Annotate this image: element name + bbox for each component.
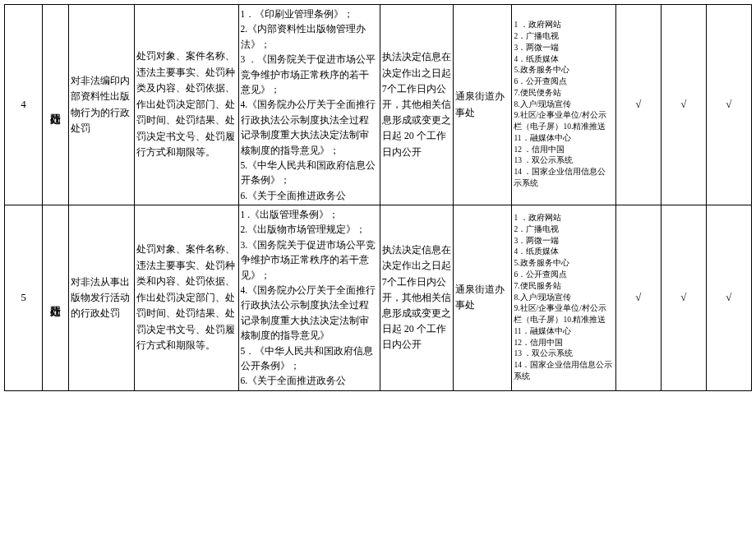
mark-col-2: √	[661, 205, 706, 391]
category-cell: 政罚行处	[42, 205, 68, 391]
mark-col-3: √	[706, 5, 751, 205]
row-number: 5	[5, 205, 43, 391]
legal-basis: 1 .《出版管理条例》；2.《出版物市场管理规定》；3.《国务院关于促进市场公平…	[238, 205, 380, 391]
row-number: 4	[5, 5, 43, 205]
channels: 1 ．政府网站2．广播电视3．两微一端4．纸质媒体5.政务服务中心6．公开查阅点…	[512, 205, 615, 391]
mark-col-2: √	[661, 5, 706, 205]
matter-title: 对非法从事出版物发行活动的行政处罚	[69, 205, 135, 391]
table-row: 5 政罚行处 对非法从事出版物发行活动的行政处罚 处罚对象、案件名称、违法主要事…	[5, 205, 752, 391]
legal-basis: 1．《印刷业管理条例》；2.《内部资料性出版物管理办法》；3 ．《国务院关于促进…	[238, 5, 380, 205]
matter-title: 对非法编印内部资料性出版物行为的行政处罚	[69, 5, 135, 205]
disclosure-content: 处罚对象、案件名称、违法主要事实、处罚种类及内容、处罚依据、作出处罚决定部门、处…	[135, 5, 238, 205]
table-row: 4 行政处罚 对非法编印内部资料性出版物行为的行政处罚 处罚对象、案件名称、违法…	[5, 5, 752, 205]
category-cell: 行政处罚	[42, 5, 68, 205]
time-limit: 执法决定信息在决定作出之日起 7个工作日内公开，其他相关信息形成或变更之日起 2…	[380, 5, 454, 205]
disclosure-table: 4 行政处罚 对非法编印内部资料性出版物行为的行政处罚 处罚对象、案件名称、违法…	[4, 4, 752, 391]
mark-col-1: √	[615, 5, 661, 205]
time-limit: 执法决定信息在决定作出之日起 7个工作日内公开，其他相关信息形成或变更之日起 2…	[380, 205, 454, 391]
disclosure-content: 处罚对象、案件名称、违法主要事实、处罚种类和内容、处罚依据、作出处罚决定部门、处…	[135, 205, 238, 391]
mark-col-1: √	[615, 205, 661, 391]
subject: 通泉街道办事处	[454, 205, 512, 391]
mark-col-3: √	[706, 205, 751, 391]
channels: 1 ．政府网站2．广播电视3．两微一端4．纸质媒体5.政务服务中心6．公开查阅点…	[512, 5, 615, 205]
subject: 通泉街道办事处	[454, 5, 512, 205]
